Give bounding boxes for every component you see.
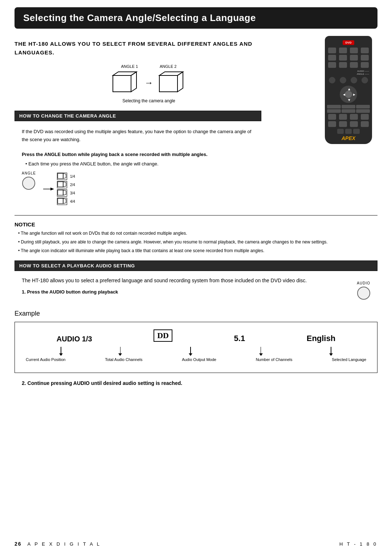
remote-btn-5[interactable] [328,55,336,61]
angle-number-4: 4/4 [70,200,77,204]
svg-rect-12 [58,190,63,195]
page-footer: 26 A P E X D I G I T A L H T - 1 8 0 [15,541,377,547]
remote-bottom-btn-3[interactable] [356,105,370,108]
remote-extra-btn-6[interactable] [339,121,347,127]
remote-extra-btn-4[interactable] [361,114,369,120]
footer-left: 26 A P E X D I G I T A L [15,541,101,547]
remote-btn-7[interactable] [350,55,358,61]
audio-remote-label: AUDIO —— [327,70,369,73]
remote-extra-btn-8[interactable] [361,121,369,127]
svg-marker-4 [159,72,183,75]
remote-btn-extra1[interactable] [350,62,358,68]
audio-btn-label: AUDIO [357,281,370,285]
arrow-audio-output [189,347,192,356]
svg-marker-9 [63,173,66,178]
selected-language-label: Selected Language [332,357,366,362]
remote-transport [327,129,370,134]
example-dd-value: DD [154,329,172,343]
remote-btn-0[interactable] [339,62,347,68]
remote-btn-4[interactable] [361,48,369,53]
remote-top-area: DVD [327,39,370,46]
remote-round-btn-1[interactable] [329,77,335,83]
example-title: Example [15,310,377,317]
remote-extra-btn-7[interactable] [350,121,358,127]
angle-diagram: ANGLE 1 ANGLE 2 → [36,64,261,103]
remote-container: DVD [319,36,377,144]
remote-extra-btn-2[interactable] [339,114,347,120]
remote-bottom-btn-1[interactable] [327,105,341,108]
remote-bottom-btn-4[interactable] [327,109,341,113]
intro-text: THE HT-180 ALLOWS YOU TO SELECT FROM SEV… [15,40,261,57]
remote-bottom-btn-6[interactable] [356,109,370,113]
remote-labels: AUDIO —— ANGLE —— [327,70,370,76]
angle-tv-icon [57,173,67,180]
audio-circle-button[interactable] [357,287,370,300]
remote-btn-8[interactable] [361,55,369,61]
angle-boxes: → [36,70,261,95]
remote-extra-btn-3[interactable] [350,114,358,120]
model-name: H T - 1 8 0 [339,541,377,547]
notice-bullet-2: • During still playback, you are able to… [18,238,377,246]
remote-btn-2[interactable] [339,48,347,53]
remote-round-btn-3[interactable] [351,77,357,83]
remote-prev-btn[interactable] [337,129,344,134]
svg-marker-2 [131,72,136,92]
angle-row-4-4: 4/4 [57,198,77,205]
audio-text-area: The HT-180 allows you to select a prefer… [22,278,342,298]
angle-remote-label: ANGLE —— [327,73,369,75]
remote-btn-9[interactable] [328,62,336,68]
notice-section: NOTICE • The angle function will not wor… [15,221,377,255]
notice-title: NOTICE [15,221,377,227]
page-title: Selecting the Camera Angle/Selecting a L… [23,12,369,24]
remote-play-btn[interactable] [345,129,352,134]
svg-rect-14 [58,198,63,204]
left-content: THE HT-180 ALLOWS YOU TO SELECT FROM SEV… [15,40,261,209]
svg-marker-1 [113,72,136,75]
remote-next-btn[interactable] [353,129,360,134]
angle-tv-icon-4 [57,198,67,205]
svg-point-17 [345,91,352,98]
example-section: Example AUDIO 1/3 DD 5.1 [15,310,377,373]
angle-circle-button[interactable] [22,177,35,190]
remote-extra-btn-5[interactable] [328,121,336,127]
divider-1 [15,215,377,216]
current-audio-label: Current Audio Position [26,357,65,362]
svg-text:►: ► [352,93,356,97]
remote-nav-svg[interactable]: ◄ ► ▲ ▼ [339,85,358,103]
remote-bottom-btn-2[interactable] [342,105,355,108]
angle-number-3: 3/4 [70,191,77,195]
remote-btn-3[interactable] [350,48,358,53]
audio-section-header: HOW TO SELECT A PLAYBACK AUDIO SETTING [15,260,377,271]
channels-display-value: 5.1 [234,334,245,343]
page-container: Selecting the Camera Angle/Selecting a L… [0,0,392,554]
angle-tv-icon-2 [57,181,67,188]
notice-bullet-1: • The angle function will not work on DV… [18,230,377,238]
angle-number-2: 2/4 [70,183,77,187]
apex-logo: APEX [327,135,370,141]
language-display-value: English [307,334,335,343]
example-box: AUDIO 1/3 DD 5.1 English [15,322,377,373]
angle-labels: ANGLE 1 ANGLE 2 [36,64,261,69]
angle-side-display: 1/4 2/4 [43,173,77,206]
angle-row-1-4: 1/4 [57,173,77,180]
angle-caption: Selecting the camera angle [36,98,261,103]
example-values-row: AUDIO 1/3 DD 5.1 English [26,329,366,345]
svg-text:◄: ◄ [342,93,346,97]
title-bar: Selecting the Camera Angle/Selecting a L… [15,7,377,29]
remote-btn-6[interactable] [339,55,347,61]
remote-bottom-btn-5[interactable] [342,109,355,113]
remote-btn-1[interactable] [328,48,336,53]
audio-content-row: The HT-180 allows you to select a prefer… [15,275,377,303]
angle1-label: ANGLE 1 [121,64,138,69]
remote-round-btn-4[interactable] [362,77,368,83]
notice-bullet-3: • The angle icon indicator will illumina… [18,247,377,255]
arrow-right-icon: → [144,78,153,88]
angle-number-1: 1/4 [70,175,77,178]
remote-btn-extra2[interactable] [361,62,369,68]
remote-number-grid [327,47,370,68]
remote-round-btn-2[interactable] [340,77,346,83]
remote-extra-btn-1[interactable] [328,114,336,120]
angle2-label: ANGLE 2 [160,64,176,69]
audio-output-label: Audio Output Mode [182,357,216,362]
svg-rect-0 [113,75,131,92]
